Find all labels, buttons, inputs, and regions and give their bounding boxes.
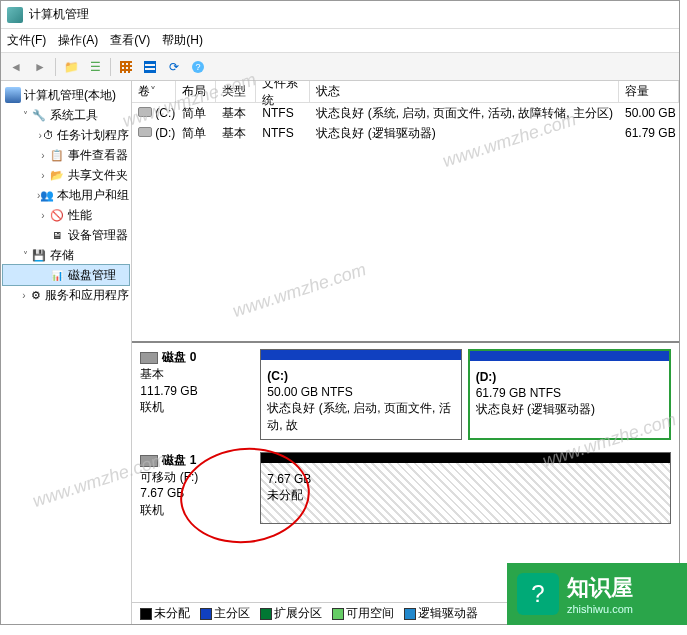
swatch-primary	[200, 608, 212, 620]
computer-icon	[5, 87, 21, 103]
tree-item-share[interactable]: ›共享文件夹	[3, 165, 129, 185]
disk-0[interactable]: 磁盘 0 基本 111.79 GB 联机 (C:)50.00 GB NTFS状态…	[140, 349, 671, 440]
tree-item-event[interactable]: ›事件查看器	[3, 145, 129, 165]
swatch-free	[332, 608, 344, 620]
forward-button[interactable]	[29, 56, 51, 78]
menu-help[interactable]: 帮助(H)	[162, 32, 203, 49]
open-button[interactable]	[60, 56, 82, 78]
collapse-icon: ˅	[19, 250, 31, 261]
event-icon	[49, 147, 65, 163]
properties-button[interactable]	[84, 56, 106, 78]
toolbar: ?	[1, 53, 679, 81]
tree-item-systools[interactable]: ˅系统工具	[3, 105, 129, 125]
brand-badge: ? 知识屋 zhishiwu.com	[507, 563, 687, 625]
drive-icon	[138, 127, 152, 137]
tree-root-label: 计算机管理(本地)	[24, 87, 116, 104]
col-status[interactable]: 状态	[310, 81, 619, 102]
partition-unallocated[interactable]: 7.67 GB未分配	[260, 452, 671, 524]
volume-row[interactable]: (C:) 简单 基本 NTFS 状态良好 (系统, 启动, 页面文件, 活动, …	[132, 103, 679, 123]
services-icon	[29, 287, 42, 303]
share-icon	[49, 167, 65, 183]
brand-icon: ?	[517, 573, 559, 615]
tree-panel: 计算机管理(本地) ˅系统工具 ›任务计划程序 ›事件查看器 ›共享文件夹 ›本…	[1, 81, 132, 624]
swatch-unalloc	[140, 608, 152, 620]
expand-icon: ›	[19, 290, 29, 301]
swatch-logical	[404, 608, 416, 620]
disk-1-info: 磁盘 1 可移动 (F:) 7.67 GB 联机	[140, 452, 260, 524]
users-icon	[40, 187, 54, 203]
scheduler-icon	[43, 127, 54, 143]
disk-icon	[49, 267, 65, 283]
device-icon	[49, 227, 65, 243]
disk-1[interactable]: 磁盘 1 可移动 (F:) 7.67 GB 联机 7.67 GB未分配	[140, 452, 671, 524]
tree-item-diskmgmt[interactable]: 磁盘管理	[3, 265, 129, 285]
app-window: 计算机管理 文件(F) 操作(A) 查看(V) 帮助(H) ? 计算机管理(本地…	[0, 0, 680, 625]
menu-file[interactable]: 文件(F)	[7, 32, 46, 49]
storage-icon	[31, 247, 47, 263]
app-icon	[7, 7, 23, 23]
tree-item-users[interactable]: ›本地用户和组	[3, 185, 129, 205]
menu-action[interactable]: 操作(A)	[58, 32, 98, 49]
partition-d[interactable]: (D:)61.79 GB NTFS状态良好 (逻辑驱动器)	[468, 349, 671, 440]
collapse-icon: ˅	[19, 110, 31, 121]
expand-icon: ›	[37, 170, 49, 181]
menubar: 文件(F) 操作(A) 查看(V) 帮助(H)	[1, 29, 679, 53]
brand-name: 知识屋	[567, 573, 633, 603]
volume-row[interactable]: (D:) 简单 基本 NTFS 状态良好 (逻辑驱动器) 61.79 GB	[132, 123, 679, 143]
tree-root-item[interactable]: 计算机管理(本地)	[3, 85, 129, 105]
disk-icon	[140, 455, 158, 467]
expand-icon: ›	[37, 150, 49, 161]
view-list-button[interactable]	[139, 56, 161, 78]
titlebar: 计算机管理	[1, 1, 679, 29]
volume-header: 卷 布局 类型 文件系统 状态 容量	[132, 81, 679, 103]
tree-item-services[interactable]: ›服务和应用程序	[3, 285, 129, 305]
col-fs[interactable]: 文件系统	[256, 81, 310, 102]
perf-icon	[49, 207, 65, 223]
swatch-extended	[260, 608, 272, 620]
body: 计算机管理(本地) ˅系统工具 ›任务计划程序 ›事件查看器 ›共享文件夹 ›本…	[1, 81, 679, 624]
disk-0-info: 磁盘 0 基本 111.79 GB 联机	[140, 349, 260, 440]
disk-icon	[140, 352, 158, 364]
col-volume[interactable]: 卷	[132, 81, 176, 102]
col-layout[interactable]: 布局	[176, 81, 216, 102]
refresh-button[interactable]	[163, 56, 185, 78]
tree-item-perf[interactable]: ›性能	[3, 205, 129, 225]
separator	[55, 58, 56, 76]
brand-domain: zhishiwu.com	[567, 603, 633, 615]
expand-icon: ›	[37, 210, 49, 221]
separator	[110, 58, 111, 76]
menu-view[interactable]: 查看(V)	[110, 32, 150, 49]
drive-icon	[138, 107, 152, 117]
volume-list: 卷 布局 类型 文件系统 状态 容量 (C:) 简单 基本 NTFS 状态良好 …	[132, 81, 679, 341]
view-grid-button[interactable]	[115, 56, 137, 78]
help-button[interactable]: ?	[187, 56, 209, 78]
tree-item-storage[interactable]: ˅存储	[3, 245, 129, 265]
tree-item-task[interactable]: ›任务计划程序	[3, 125, 129, 145]
wrench-icon	[31, 107, 47, 123]
col-capacity[interactable]: 容量	[619, 81, 679, 102]
window-title: 计算机管理	[29, 6, 89, 23]
partition-c[interactable]: (C:)50.00 GB NTFS状态良好 (系统, 启动, 页面文件, 活动,…	[260, 349, 461, 440]
help-icon: ?	[192, 61, 204, 73]
col-type[interactable]: 类型	[216, 81, 256, 102]
back-button[interactable]	[5, 56, 27, 78]
folder-icon	[64, 60, 79, 74]
list-icon	[144, 61, 156, 73]
tree-item-devmgr[interactable]: 设备管理器	[3, 225, 129, 245]
grid-icon	[120, 61, 132, 73]
main-panel: 卷 布局 类型 文件系统 状态 容量 (C:) 简单 基本 NTFS 状态良好 …	[132, 81, 679, 624]
